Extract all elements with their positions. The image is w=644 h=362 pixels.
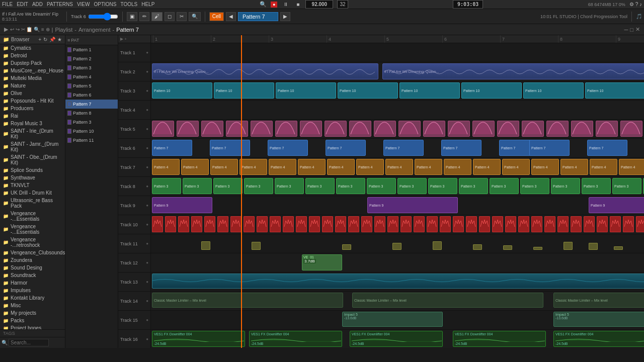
menu-tools[interactable]: TOOLS [120, 2, 137, 7]
pattern-block[interactable] [204, 216, 215, 232]
pattern-block[interactable]: If I Fall Are We Dreaming, Quavo... [152, 63, 378, 79]
chord-tool-icon[interactable]: 🎵 [636, 14, 642, 19]
pattern-block[interactable]: Pattern 3 [152, 178, 181, 194]
pattern-block[interactable] [433, 241, 442, 250]
pattern-block[interactable] [610, 216, 621, 232]
pattern-block[interactable] [201, 121, 223, 137]
pattern-block[interactable] [636, 216, 644, 232]
sidebar-pin-btn[interactable]: 📌 [49, 37, 55, 42]
track-mute-btn[interactable]: ● [146, 222, 148, 227]
pattern-block[interactable] [522, 121, 544, 137]
pattern-block[interactable] [275, 121, 297, 137]
pattern-block-maserlimiter1[interactable]: Classic Master Limiter – Mix level [152, 293, 343, 308]
pattern-block[interactable]: Pattern 10 [523, 82, 584, 99]
pattern-item-5[interactable]: Pattern 5 [65, 81, 118, 90]
pattern-block[interactable]: Pattern 4 [415, 159, 442, 175]
pattern-item-4[interactable]: Pattern 4 [65, 72, 118, 81]
pattern-block[interactable] [492, 216, 503, 232]
pattern-block[interactable] [283, 216, 294, 232]
grid-track-16[interactable]: VES1 FX Downlifter 004-24.5dBVES1 FX Dow… [151, 330, 644, 348]
pattern-block[interactable] [374, 216, 385, 232]
pattern-block[interactable]: Pattern 10 [399, 82, 460, 99]
pattern-block[interactable]: Pattern 3 [213, 178, 243, 194]
sidebar-refresh-btn[interactable]: ↻ [43, 37, 47, 42]
track-mute-btn[interactable]: ● [146, 50, 148, 55]
pattern-block[interactable] [466, 216, 477, 232]
sidebar-item-multeki[interactable]: 📁Multeki Media [0, 74, 65, 82]
sidebar-item-nature[interactable]: 📁Nature [0, 82, 65, 89]
sidebar-item-producers[interactable]: 📁Producers [0, 105, 65, 112]
pattern-block[interactable]: Pattern 3 [305, 178, 335, 194]
pattern-block[interactable] [505, 216, 516, 232]
pattern-block[interactable] [544, 216, 555, 232]
pattern-block[interactable] [546, 121, 569, 137]
record-btn[interactable]: ● [271, 2, 277, 8]
pattern-block-impact2[interactable]: Impact 5 -13.6dB [553, 312, 644, 327]
pattern-block[interactable] [518, 216, 529, 232]
pattern-block[interactable] [322, 216, 333, 232]
pattern-block[interactable] [244, 216, 255, 232]
pattern-block[interactable] [348, 216, 359, 232]
pattern-item-3[interactable]: Pattern 3 [65, 63, 118, 72]
track-mute-btn[interactable]: ● [146, 184, 148, 189]
pattern-block[interactable] [165, 216, 176, 232]
pattern-block[interactable]: Pattern 3 [275, 178, 304, 194]
bpm-display[interactable]: 92.000 [305, 0, 333, 9]
grid-tracks[interactable]: If I Fall Are We Dreaming, Quavo... If I… [151, 43, 644, 348]
pattern-block[interactable]: Pattern 3 [551, 178, 580, 194]
pattern-block[interactable] [152, 121, 174, 137]
sidebar-item-rai[interactable]: 📁Rai [0, 112, 65, 120]
pattern-block[interactable]: If I Fall Are We Dreaming, Quavo... [382, 63, 644, 79]
pattern-block[interactable]: Pattern 7 [383, 140, 424, 156]
track-mute-btn[interactable]: ● [146, 241, 148, 246]
pattern-item-1[interactable]: Pattern 1 [65, 45, 118, 54]
pattern-block[interactable] [497, 121, 519, 137]
pattern-block[interactable]: Pattern 4 [152, 159, 180, 175]
pattern-block[interactable]: Pattern 3 [367, 178, 396, 194]
sidebar-item-olive[interactable]: 📁Olive [0, 89, 65, 97]
sidebar-item-soundtrack[interactable]: 📁Soundtrack [0, 272, 65, 279]
pattern-block[interactable] [423, 121, 445, 137]
pattern-block[interactable] [335, 216, 346, 232]
pattern-block[interactable] [453, 216, 464, 232]
pattern-selector[interactable]: Pattern 7 [238, 12, 278, 21]
tool-select-btn[interactable]: ▣ [127, 12, 137, 21]
sidebar-item-harmor[interactable]: 📁Harmor [0, 279, 65, 287]
pattern-block[interactable] [623, 216, 634, 232]
pattern-block[interactable] [398, 121, 421, 137]
pattern-block[interactable]: Pattern 3 [244, 178, 273, 194]
tool-erase-btn[interactable]: ◻ [165, 12, 175, 21]
pattern-block[interactable]: Pattern 7 [152, 140, 192, 156]
sidebar-item-vengeance1[interactable]: 📁Vengeance -...Essentials [0, 210, 65, 223]
pattern-item-11[interactable]: Pattern 11 [65, 136, 118, 145]
pattern-item-7[interactable]: Pattern 7 [65, 100, 118, 109]
sidebar-item-detroid[interactable]: 📁Detroid [0, 52, 65, 59]
pattern-next-btn[interactable]: ▶ [280, 12, 290, 21]
window-close-btn[interactable]: ✕ [635, 26, 640, 33]
pattern-block[interactable] [309, 216, 320, 232]
pattern-block[interactable] [531, 216, 542, 232]
sidebar-item-sounddesing[interactable]: 📁Sound Desing [0, 264, 65, 272]
menu-patterns[interactable]: PATTERNS [47, 2, 73, 7]
sidebar-item-ukdrill[interactable]: 📁UK Drill - Drum Kit [0, 189, 65, 197]
pattern-block[interactable] [472, 121, 495, 137]
grid-track-12[interactable]: VE_01 3.7dB VE_01 3.7dB [151, 253, 644, 273]
pattern-block[interactable] [325, 121, 347, 137]
pattern-block[interactable]: Pattern 4 [619, 159, 644, 175]
menu-options[interactable]: OPTIONS [94, 2, 116, 7]
breadcrumb-pattern[interactable]: Pattern 7 [116, 27, 139, 33]
pattern-block[interactable]: VES1 FX Downlifter 004-24.5dB [453, 331, 546, 347]
pattern-block[interactable]: Pattern 4 [502, 159, 530, 175]
menu-view[interactable]: VIEW [77, 2, 90, 7]
pattern-block[interactable] [201, 241, 210, 250]
pattern-block[interactable] [533, 247, 542, 250]
grid-track-13[interactable] [151, 273, 644, 292]
sidebar-item-synthwave[interactable]: 📁Synthwave [0, 174, 65, 182]
menu-add[interactable]: ADD [32, 2, 43, 7]
pattern-block[interactable] [584, 216, 595, 232]
sidebar-item-saint-obe[interactable]: 📁SAlNT - Obe._(Drum Kit) [0, 153, 65, 166]
pattern-block[interactable] [400, 216, 412, 232]
pattern-block[interactable] [342, 244, 351, 250]
sidebar-item-saint-irie[interactable]: 📁SAlNT - Irie_(Drum Kit) [0, 127, 65, 140]
pattern-block[interactable] [414, 216, 425, 232]
